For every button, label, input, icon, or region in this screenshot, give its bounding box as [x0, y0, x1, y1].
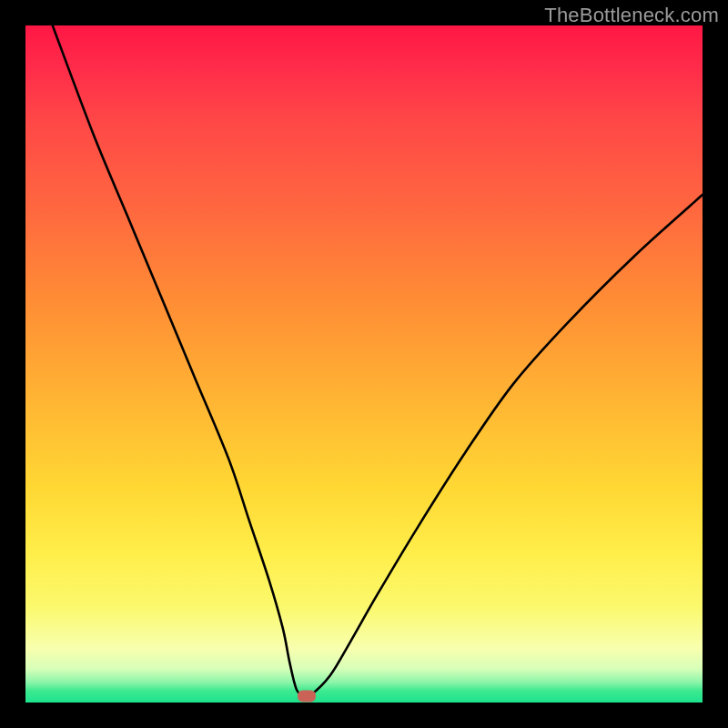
optimum-marker [298, 690, 316, 702]
chart-frame: TheBottleneck.com [0, 0, 728, 728]
watermark-text: TheBottleneck.com [544, 4, 719, 27]
bottleneck-curve [25, 25, 703, 703]
plot-area [25, 25, 703, 703]
